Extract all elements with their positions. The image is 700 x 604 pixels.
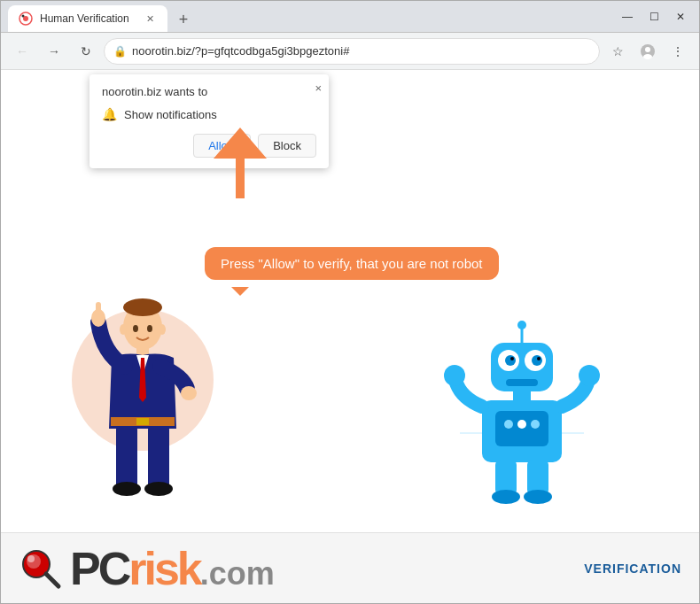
svg-point-40 [444,365,465,386]
verification-badge: VERIFICATION [584,561,681,576]
svg-point-9 [123,298,162,316]
svg-point-2 [22,15,25,18]
svg-point-37 [504,420,513,429]
menu-button[interactable]: ⋮ [664,37,692,66]
logo-com: .com [200,555,275,592]
svg-rect-12 [96,302,101,320]
content-area: × noorotin.biz wants to 🔔 Show notificat… [1,70,699,603]
browser-window: Human Verification ✕ + — ☐ ✕ ← → ↻ 🔒 noo… [0,0,700,604]
svg-point-25 [517,321,526,329]
popup-notification-text: Show notifications [124,108,217,121]
footer: PCrisk.com VERIFICATION [1,532,699,603]
svg-point-31 [510,357,514,360]
forward-button[interactable]: → [40,37,68,66]
svg-rect-33 [506,379,538,386]
toolbar-right: ☆ ⋮ [603,37,692,66]
robot-figure-area [433,309,611,504]
svg-point-23 [159,324,166,335]
titlebar: Human Verification ✕ + — ☐ ✕ [1,1,699,33]
svg-point-44 [492,490,520,504]
logo-area: PCrisk.com [19,542,275,595]
human-figure-area [54,274,231,522]
logo-pc: PC [70,542,128,595]
human-figure-svg [54,274,231,522]
lock-icon: 🔒 [113,45,127,58]
address-text: noorotin.biz/?p=gfqtcodbga5gi3bpgeztoni# [132,44,590,58]
svg-point-45 [524,490,552,504]
svg-point-20 [133,325,138,332]
arrow-svg [196,123,284,203]
svg-rect-15 [136,418,149,425]
svg-point-19 [144,482,173,496]
address-bar[interactable]: 🔒 noorotin.biz/?p=gfqtcodbga5gi3bpgezton… [104,38,600,65]
svg-point-21 [147,325,152,332]
svg-point-39 [531,420,540,429]
logo-icon [19,546,63,591]
logo-risk: risk [128,542,200,595]
svg-point-4 [645,47,650,52]
tab-close-button[interactable]: ✕ [143,12,157,26]
bookmark-button[interactable]: ☆ [603,37,632,66]
maximize-button[interactable]: ☐ [642,7,665,27]
back-button[interactable]: ← [8,37,36,66]
svg-point-5 [643,54,652,59]
svg-point-29 [505,355,516,366]
new-tab-button[interactable]: + [171,7,196,32]
svg-point-13 [181,386,197,400]
popup-close-button[interactable]: × [315,81,322,95]
tab-area: Human Verification ✕ + [8,1,616,32]
toolbar: ← → ↻ 🔒 noorotin.biz/?p=gfqtcodbga5gi3bp… [1,33,699,70]
svg-rect-17 [148,426,169,488]
arrow-indicator [196,123,284,206]
refresh-button[interactable]: ↻ [72,37,100,66]
svg-point-38 [517,420,526,429]
speech-bubble: Press "Allow" to verify, that you are no… [205,247,499,280]
profile-icon [640,43,656,59]
popup-title: noorotin.biz wants to [102,85,316,98]
svg-point-22 [120,324,127,335]
svg-point-30 [532,355,542,366]
tab-favicon-icon [19,12,33,26]
tab-title: Human Verification [40,12,129,25]
logo-text: PCrisk.com [70,542,275,595]
profile-button[interactable] [634,37,662,66]
svg-point-32 [537,357,541,360]
robot-figure-svg [433,309,611,504]
svg-point-50 [27,555,35,562]
speech-bubble-text: Press "Allow" to verify, that you are no… [221,256,483,271]
svg-point-41 [579,365,600,386]
svg-marker-7 [214,128,267,198]
svg-rect-34 [513,391,531,400]
window-controls: — ☐ ✕ [616,7,692,27]
svg-rect-16 [116,426,137,488]
svg-line-51 [46,574,58,586]
minimize-button[interactable]: — [616,7,639,27]
active-tab[interactable]: Human Verification ✕ [8,5,167,32]
bell-icon: 🔔 [102,107,117,121]
svg-point-18 [113,482,141,496]
popup-notification-row: 🔔 Show notifications [102,107,316,121]
close-button[interactable]: ✕ [669,7,692,27]
